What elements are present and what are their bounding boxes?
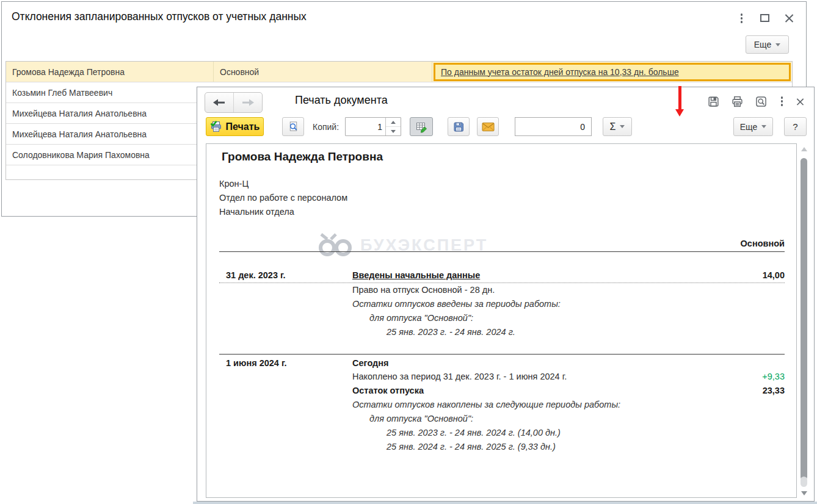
dialog-titlebar-icons [707, 95, 805, 108]
chevron-down-icon [761, 125, 766, 128]
sigma-label: Σ [610, 121, 616, 132]
more-button-label: Еще [754, 40, 772, 49]
document-preview[interactable]: БУХЭКСПЕРТ Громова Надежда Петровна Крон… [206, 143, 797, 498]
scroll-up-icon[interactable] [801, 147, 807, 151]
arrow-left-icon [212, 98, 227, 107]
pages-field-wrap [515, 117, 592, 136]
save-icon[interactable] [707, 95, 721, 108]
window-title: Отклонения запланированных отпусков от у… [12, 10, 307, 23]
print-button[interactable]: Печать [206, 117, 264, 136]
position-line: Начальник отдела [219, 205, 785, 219]
preview-icon[interactable] [755, 95, 768, 108]
arrow-right-icon [241, 98, 255, 107]
employee-name-cell[interactable]: Громова Надежда Петровна [6, 62, 214, 82]
section1-line1: Право на отпуск Основной - 28 дн. [352, 283, 785, 297]
section1-line3: для отпуска "Основной": [352, 311, 785, 325]
dialog-more-button[interactable]: Еще [733, 117, 773, 136]
section2-line4: 25 янв. 2024 г. - 24 янв. 2025 г. (9,33 … [352, 440, 785, 454]
deviation-link[interactable]: По данным учета остаток дней отпуска на … [441, 67, 679, 77]
print-dialog: Печать документа [197, 87, 815, 502]
save-to-file-button[interactable] [448, 117, 470, 136]
scroll-down-icon[interactable] [801, 491, 807, 495]
dialog-more-label: Еще [740, 122, 758, 132]
deviation-cell-focused[interactable]: По данным учета остаток дней отпуска на … [434, 63, 791, 81]
scrollbar-track-tail [801, 477, 807, 487]
section2-date: 1 июня 2024 г. [219, 356, 352, 370]
section2-line3: 25 янв. 2023 г. - 24 янв. 2024 г. (14,00… [352, 426, 785, 440]
section1-date: 31 дек. 2023 г. [219, 268, 352, 282]
navigation-buttons [205, 92, 263, 113]
section2-line2: для отпуска "Основной": [352, 412, 785, 426]
employee-name-cell[interactable]: Козьмин Глеб Матвеевич [6, 82, 214, 103]
organization-line: Крон-Ц [219, 177, 785, 191]
print-button-label: Печать [226, 121, 260, 132]
spinner-down-icon [391, 130, 396, 133]
employee-name-cell[interactable]: Михейцева Наталия Анатольевна [6, 124, 214, 144]
copies-decrement-button[interactable] [386, 127, 401, 135]
back-button[interactable] [205, 93, 234, 112]
envelope-icon [482, 122, 495, 132]
kebab-menu-icon[interactable] [738, 12, 746, 24]
employee-heading: Громова Надежда Петровна [222, 149, 785, 164]
document-content: Громова Надежда Петровна Крон-Ц Отдел по… [206, 144, 796, 497]
divider-line [219, 251, 785, 252]
close-icon[interactable] [785, 13, 794, 23]
maximize-icon[interactable] [760, 14, 769, 22]
section1-line2: Остатки отпусков введены за периоды рабо… [352, 297, 785, 311]
chevron-down-icon [620, 125, 625, 128]
more-button[interactable]: Еще [746, 35, 789, 54]
spinner-up-icon [391, 121, 396, 124]
printer-check-icon [210, 121, 222, 132]
copies-input[interactable] [346, 118, 385, 135]
window-controls [738, 12, 794, 24]
vertical-scrollbar[interactable] [798, 143, 810, 498]
vacation-column-header: Основной [219, 237, 785, 250]
vacation-type-cell[interactable]: Основной [214, 62, 432, 82]
section2-header: 1 июня 2024 г. Сегодня [219, 356, 785, 370]
scrollbar-thumb[interactable] [801, 158, 807, 480]
section2-title: Сегодня [352, 356, 730, 370]
table-edit-icon [415, 121, 427, 133]
dialog-title: Печать документа [295, 94, 388, 107]
help-button[interactable]: ? [784, 117, 807, 136]
accrued-value: +9,33 [730, 370, 785, 384]
employee-name-cell[interactable]: Михейцева Наталия Анатольевна [6, 103, 214, 123]
preview-button[interactable] [282, 117, 304, 136]
copies-label: Копий: [313, 117, 339, 136]
section1-value: 14,00 [730, 268, 785, 282]
floppy-disk-icon [452, 121, 465, 133]
copies-stepper [345, 117, 401, 136]
pages-input[interactable] [515, 118, 591, 135]
employee-name-cell[interactable]: Солодовникова Мария Пахомовна [6, 145, 214, 165]
table-row-selected[interactable]: Громова Надежда Петровна Основной По дан… [6, 62, 792, 82]
balance-value: 23,33 [730, 384, 785, 398]
print-icon[interactable] [731, 95, 744, 108]
copies-increment-button[interactable] [386, 118, 401, 127]
section2-line1: Остатки отпусков накоплены за следующие … [352, 398, 785, 412]
accrued-label: Накоплено за период 31 дек. 2023 г. - 1 … [352, 370, 730, 384]
close-icon[interactable] [796, 98, 804, 106]
section1-header: 31 дек. 2023 г. Введены начальные данные… [219, 268, 785, 283]
kebab-menu-icon[interactable] [779, 95, 786, 107]
send-email-button[interactable] [477, 117, 499, 136]
chevron-down-icon [775, 43, 780, 46]
window-bottom-edge [193, 502, 817, 504]
section1-title: Введены начальные данные [352, 268, 730, 282]
edit-table-toggle-button[interactable] [410, 117, 433, 136]
page-magnifier-icon [288, 121, 299, 133]
section2: 1 июня 2024 г. Сегодня Накоплено за пери… [219, 354, 785, 454]
section1-line4: 25 янв. 2023 г. - 24 янв. 2024 г. [352, 325, 785, 339]
balance-label: Остаток отпуска [352, 384, 730, 398]
sum-button[interactable]: Σ [603, 117, 632, 136]
forward-button-disabled[interactable] [234, 93, 262, 112]
department-line: Отдел по работе с персоналом [219, 191, 785, 205]
